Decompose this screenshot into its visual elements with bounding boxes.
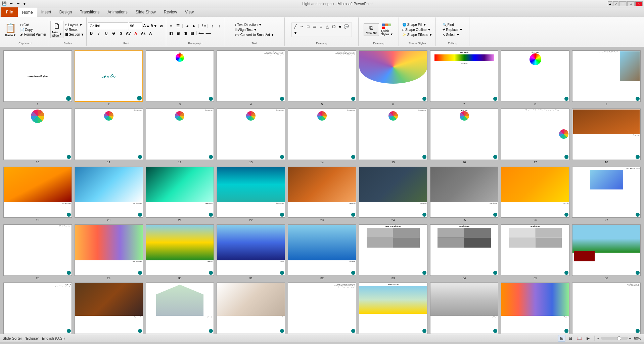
minimize-btn[interactable]: ─ [619,1,627,6]
strikethrough-btn[interactable]: S [110,30,117,37]
columns-btn[interactable]: ⋮≡ [200,23,206,29]
slide-thumb-21[interactable]: رنگ سبز در طبیعت [146,167,214,218]
slide-thumb-28[interactable]: متن در مورد رنگ‌های مکمل [3,224,72,276]
justify-btn[interactable]: ▤ [189,30,195,37]
line-spacing-btn[interactable]: ↕ [209,23,216,29]
zoom-in-btn[interactable]: + [629,336,631,340]
slide-thumb-24[interactable]: رنگ‌های تاریک [359,167,427,218]
slide-thumb-40[interactable]: فضای سفید داخلی [217,283,285,334]
align-text-button[interactable]: ⊟ Align Text ▼ [234,28,275,32]
slide-thumb-36[interactable] [572,224,641,276]
slide-thumb-22[interactable]: آبشار و انعکاس رنگ [217,167,285,218]
shadow-btn[interactable]: S [118,30,124,37]
text-direction-button[interactable]: ↕ Text Direction ▼ [234,23,275,27]
tab-home[interactable]: Home [18,8,37,17]
slide-thumb-33[interactable]: روش‌های تأمین نور در ساختمان [359,224,427,276]
slide-thumb-7[interactable]: رنگ‌بندی اجسام طیف نور مرئی [430,50,499,102]
font-family-input[interactable] [88,23,128,29]
increase-indent-btn[interactable]: ► [191,23,197,29]
slide-thumb-20[interactable]: ترکیب رنگ‌های سرد [75,167,143,218]
rect-shape[interactable]: □ [305,24,311,30]
slide-thumb-32[interactable]: ساختمان آبی [288,224,356,276]
zoom-slider[interactable] [601,337,628,340]
slide-thumb-16[interactable]: مثلث رنگ‌ها [430,109,499,160]
copy-button[interactable]: 📄 Copy [19,28,47,32]
tab-view[interactable]: View [181,7,198,17]
tab-slideshow[interactable]: Slide Show [132,7,160,17]
format-painter-button[interactable]: 🖌 Format Painter [19,32,47,37]
tab-animations[interactable]: Animations [103,7,131,17]
align-center-btn[interactable]: ⊟ [175,30,181,37]
tab-design[interactable]: Design [55,7,76,17]
triangle-shape[interactable]: △ [324,24,330,30]
replace-button[interactable]: ⇄ Replace ▼ [442,28,464,32]
zoom-thumb[interactable] [617,336,621,340]
slide-sorter-tab[interactable]: Slide Sorter [3,336,22,340]
save-btn[interactable]: 💾 [1,1,7,7]
slide-thumb-19[interactable]: ترکیب رنگ‌های گرم [3,167,72,218]
align-right-btn[interactable]: ◨ [182,30,188,37]
quick-styles-button[interactable]: QuickStyles ▼ [380,23,394,37]
shape-outline-button[interactable]: □ Shape Outline ▼ [401,28,433,32]
slide-thumb-6[interactable] [359,50,427,102]
slide-thumb-8[interactable]: صفات رنگ [501,50,569,102]
section-button[interactable]: ☰ Section ▼ [64,32,85,37]
redo-btn[interactable]: ↪ [15,1,21,7]
decrease-font-btn[interactable]: A▼ [150,23,157,29]
slide-thumb-27[interactable]: ترکیبات همنشانه‌ای رنگها [572,167,641,218]
callout-shape[interactable]: 💬 [343,24,350,30]
arrow-shape[interactable]: → [299,24,305,30]
slide-thumb-41[interactable]: متن توضیحی در مورد نقش نور در معماری نور… [288,283,356,334]
slide-thumb-18[interactable]: متن در مورد رنگ [572,109,641,160]
slide-thumb-42[interactable]: نقش نور در معماری [359,283,427,334]
slide-thumb-15[interactable]: متن توضیحی رنگ [359,109,427,160]
cut-button[interactable]: ✂ Cut [19,23,47,27]
select-button[interactable]: ↖ Select ▼ [442,33,464,37]
font-color-btn[interactable]: A [132,30,139,37]
ltr-btn[interactable]: ⟶ [205,30,212,37]
find-button[interactable]: 🔍 Find [442,23,464,27]
slide-thumb-44[interactable]: فضای رنگارنگ داخلی [501,283,569,334]
font-size-input[interactable] [129,23,142,29]
numbered-list-btn[interactable]: ☰ [175,23,181,29]
more-shapes[interactable]: ▼ [292,30,298,36]
tab-file[interactable]: File [1,7,18,17]
decrease-indent-btn[interactable]: ◄ [184,23,190,29]
normal-view-btn[interactable]: ⊟ [567,335,574,342]
underline-btn[interactable]: U [103,30,109,37]
bold-btn[interactable]: B [88,30,95,37]
tab-insert[interactable]: Insert [37,7,55,17]
slide-thumb-23[interactable]: رنگ‌های طبیعی [288,167,356,218]
slide-thumb-43[interactable]: راهرو داخلی [430,283,499,334]
clear-format-btn[interactable]: ⎚ [158,23,165,29]
shape-effects-button[interactable]: ✨ Shape Effects ▼ [401,33,433,37]
reset-button[interactable]: ↺ Reset [64,28,85,32]
oval-shape[interactable]: ○ [318,24,324,30]
slide-thumb-12[interactable]: متن توضیحی رنگ [146,109,214,160]
slide-thumb-26[interactable]: رنگ نارنجی [501,167,569,218]
slide-thumb-31[interactable]: برج آبی [217,224,285,276]
restore-btn[interactable]: □ [627,1,635,6]
ribbon-expand-btn[interactable]: ▲ [608,1,612,6]
more-qat-btn[interactable]: ▼ [21,1,28,7]
change-case-btn[interactable]: Aa [140,30,146,37]
shape-fill-button[interactable]: 🪣 Shape Fill ▼ [401,23,433,27]
undo-btn[interactable]: ↩ [8,1,14,7]
rounded-rect-shape[interactable]: ▭ [312,24,318,30]
rtl-btn[interactable]: ⟵ [198,30,204,37]
slide-thumb-2[interactable]: رنگ و نور [75,50,143,102]
tab-review[interactable]: Review [160,7,181,17]
slide-sorter-view-btn[interactable]: ⊞ [558,335,565,342]
align-left-btn[interactable]: ◧ [168,30,174,37]
slide-thumb-13[interactable]: متن توضیحی رنگ [217,109,285,160]
slide-thumb-35[interactable]: روش‌های تأمین نور [501,224,569,276]
tab-transitions[interactable]: Transitions [76,7,103,17]
line-shape[interactable]: ╱ [292,24,298,30]
slide-thumb-1[interactable]: به نام یگانه معمار هستی [3,50,72,102]
slide-thumb-9[interactable]: صفات رنگ شامل رنگ‌بندی، اشباع و روشنایی … [572,50,641,102]
layout-button[interactable]: □ Layout ▼ [64,23,85,27]
help-btn[interactable]: ? [613,1,618,6]
slide-thumb-3[interactable]: رنگ [146,50,214,102]
paste-button[interactable]: 📋 Paste ▼ [3,22,18,38]
slide-thumb-11[interactable]: متن توضیحی رنگ [75,109,143,160]
